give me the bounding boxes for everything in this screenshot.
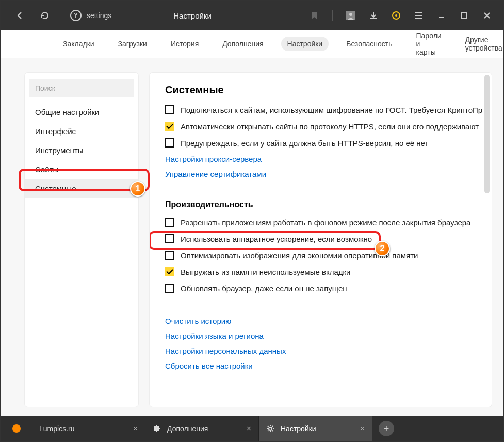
top-tab-3[interactable]: Дополнения xyxy=(216,37,269,51)
toolbar-left-group: Y settings xyxy=(1,10,111,21)
tab-label-1: Дополнения xyxy=(167,424,208,433)
settings-main-panel: Системные Подключаться к сайтам, использ… xyxy=(150,73,492,407)
window-minimize-icon[interactable] xyxy=(437,11,446,20)
svg-point-5 xyxy=(269,427,272,430)
perf-option-3-label: Выгружать из памяти неиспользуемые вклад… xyxy=(181,268,350,276)
sidebar-item-2[interactable]: Инструменты xyxy=(25,141,138,160)
sys-option-2: Предупреждать, если у сайта должна быть … xyxy=(165,138,483,148)
top-tab-0[interactable]: Закладки xyxy=(57,37,101,51)
downloads-icon[interactable] xyxy=(369,11,378,20)
bottom-link-2[interactable]: Настройки персональных данных xyxy=(165,347,483,355)
back-icon[interactable] xyxy=(15,11,25,20)
perf-option-0-checkbox[interactable] xyxy=(165,218,174,227)
sys-option-0-label: Подключаться к сайтам, использующим шифр… xyxy=(181,106,482,114)
top-tab-2[interactable]: История xyxy=(165,37,205,51)
perf-option-4-label: Обновлять браузер, даже если он не запущ… xyxy=(181,284,347,293)
link-certificates[interactable]: Управление сертификатами xyxy=(165,170,483,178)
bottom-link-1[interactable]: Настройки языка и региона xyxy=(165,332,483,340)
callout-badge-1: 1 xyxy=(130,181,145,197)
section-heading-performance: Производительность xyxy=(165,200,483,209)
perf-option-2-checkbox[interactable] xyxy=(165,251,174,260)
section-heading-system: Системные xyxy=(165,84,483,96)
toolbar-divider xyxy=(332,10,333,21)
sys-option-0: Подключаться к сайтам, использующим шифр… xyxy=(165,105,483,114)
bottom-links-block: Очистить историюНастройки языка и регион… xyxy=(165,317,483,370)
browser-tab-bar: Lumpics.ru×Дополнения×Настройки× + xyxy=(1,416,503,441)
address-text: settings xyxy=(87,11,111,20)
settings-category-tabs: ЗакладкиЗагрузкиИсторияДополненияНастрой… xyxy=(1,30,503,58)
top-tab-5[interactable]: Безопасность xyxy=(340,37,398,51)
sys-option-1-checkbox[interactable] xyxy=(165,122,174,131)
main-scrollbar[interactable] xyxy=(484,75,490,405)
perf-option-0-label: Разрешать приложениям работать в фоновом… xyxy=(181,218,470,227)
sys-option-2-checkbox[interactable] xyxy=(165,138,174,148)
new-tab-button[interactable]: + xyxy=(379,421,394,436)
tab-close-1[interactable]: × xyxy=(247,424,251,433)
tab-icon-2 xyxy=(266,424,274,433)
tab-close-0[interactable]: × xyxy=(133,424,138,433)
sidebar-item-4[interactable]: Системные xyxy=(25,179,138,198)
browser-window: Y settings Настройки xyxy=(0,0,504,442)
sys-option-1-label: Автоматически открывать сайты по протоко… xyxy=(181,122,479,131)
tab-label-0: Lumpics.ru xyxy=(39,424,74,433)
bookmark-icon[interactable] xyxy=(310,11,319,20)
sys-option-1: Автоматически открывать сайты по протоко… xyxy=(165,122,483,131)
sidebar-item-0[interactable]: Общие настройки xyxy=(25,103,138,122)
browser-toolbar: Y settings Настройки xyxy=(1,1,503,30)
extensions-icon[interactable] xyxy=(392,11,401,20)
svg-rect-4 xyxy=(462,13,467,18)
address-box[interactable]: Y settings xyxy=(70,10,111,21)
top-tab-1[interactable]: Загрузки xyxy=(112,37,153,51)
window-close-icon[interactable] xyxy=(482,11,492,20)
tab-icon-1 xyxy=(153,424,161,433)
sys-option-2-label: Предупреждать, если у сайта должна быть … xyxy=(181,139,428,148)
perf-option-1-label: Использовать аппаратное ускорение, если … xyxy=(181,235,372,243)
bottom-link-3[interactable]: Сбросить все настройки xyxy=(165,362,483,370)
callout-badge-2: 2 xyxy=(375,241,390,256)
top-tab-7[interactable]: Другие устройства xyxy=(459,32,504,55)
perf-option-3-checkbox[interactable] xyxy=(165,267,174,276)
reload-icon[interactable] xyxy=(40,11,50,20)
sidebar-item-1[interactable]: Интерфейс xyxy=(25,122,138,141)
avatar-icon[interactable] xyxy=(346,11,355,20)
sidebar-search-input[interactable]: Поиск xyxy=(29,79,134,97)
browser-tab-2[interactable]: Настройки× xyxy=(259,416,372,441)
perf-option-0: Разрешать приложениям работать в фоновом… xyxy=(165,218,483,227)
svg-point-1 xyxy=(349,13,352,16)
svg-point-3 xyxy=(395,14,397,17)
bottom-link-0[interactable]: Очистить историю xyxy=(165,317,483,325)
browser-tab-1[interactable]: Дополнения× xyxy=(145,416,259,441)
sidebar-item-3[interactable]: Сайты xyxy=(25,160,138,179)
settings-sidebar: Поиск Общие настройкиИнтерфейсИнструмент… xyxy=(25,73,138,407)
tab-label-2: Настройки xyxy=(281,424,316,433)
menu-icon[interactable] xyxy=(414,11,424,20)
toolbar-right-group xyxy=(310,10,503,21)
sys-option-0-checkbox[interactable] xyxy=(165,105,174,114)
perf-option-3: Выгружать из памяти неиспользуемые вклад… xyxy=(165,267,483,276)
perf-option-1-checkbox[interactable] xyxy=(165,234,174,243)
tab-close-2[interactable]: × xyxy=(360,424,365,433)
perf-option-4: Обновлять браузер, даже если он не запущ… xyxy=(165,284,483,293)
tab-favicon-lumpics xyxy=(12,424,21,433)
link-proxy-settings[interactable]: Настройки прокси-сервера xyxy=(165,155,483,163)
page-title: Настройки xyxy=(173,11,212,20)
content-area: Поиск Общие настройкиИнтерфейсИнструмент… xyxy=(1,58,503,416)
perf-option-2: Оптимизировать изображения для экономии … xyxy=(165,251,483,260)
top-tab-4[interactable]: Настройки xyxy=(281,37,329,51)
browser-tab-0[interactable]: Lumpics.ru× xyxy=(32,416,145,441)
top-tab-6[interactable]: Пароли и карты xyxy=(410,28,448,59)
yandex-logo-icon: Y xyxy=(70,10,82,21)
window-maximize-icon[interactable] xyxy=(460,11,469,20)
perf-option-4-checkbox[interactable] xyxy=(165,284,174,293)
perf-option-1: Использовать аппаратное ускорение, если … xyxy=(165,234,483,243)
scrollbar-thumb[interactable] xyxy=(484,75,490,193)
